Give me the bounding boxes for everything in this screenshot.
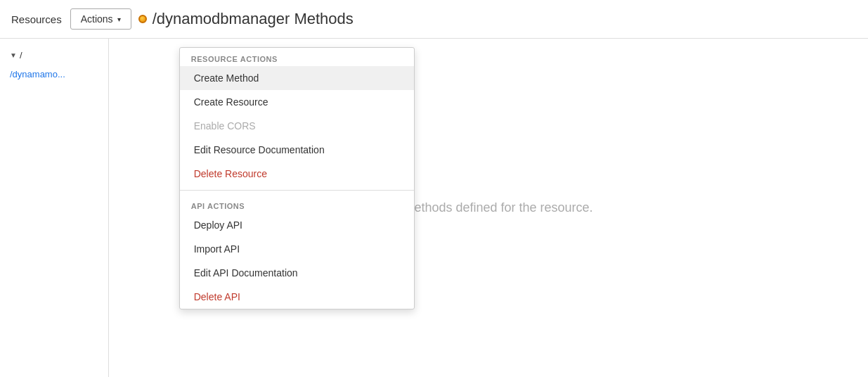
caret-icon: ▾ <box>117 15 121 23</box>
create-resource-item[interactable]: Create Resource <box>180 90 414 114</box>
delete-api-item[interactable]: Delete API <box>180 285 414 309</box>
sidebar-root-label: / <box>20 50 22 60</box>
edit-api-documentation-item[interactable]: Edit API Documentation <box>180 261 414 285</box>
enable-cors-item: Enable CORS <box>180 114 414 138</box>
resources-label: Resources <box>11 13 62 25</box>
delete-resource-item[interactable]: Delete Resource <box>180 162 414 186</box>
import-api-item[interactable]: Import API <box>180 237 414 261</box>
page-title: /dynamodbmanager Methods <box>153 10 354 28</box>
deploy-api-item[interactable]: Deploy API <box>180 213 414 237</box>
edit-resource-documentation-item[interactable]: Edit Resource Documentation <box>180 138 414 162</box>
no-methods-message: No methods defined for the resource. <box>384 200 592 215</box>
top-bar: Resources Actions ▾ RESOURCE ACTIONS Cre… <box>0 0 868 39</box>
sidebar-root-item[interactable]: ▼ / <box>0 46 108 65</box>
actions-dropdown-container: Actions ▾ RESOURCE ACTIONS Create Method… <box>70 8 138 30</box>
api-actions-section-label: API ACTIONS <box>180 195 414 213</box>
create-method-item[interactable]: Create Method <box>180 66 414 90</box>
actions-button-label: Actions <box>81 13 113 25</box>
resource-actions-section-label: RESOURCE ACTIONS <box>180 48 414 66</box>
main-content: ▼ / /dynamamo... No methods defined for … <box>0 39 868 377</box>
sidebar-arrow-icon: ▼ <box>10 51 17 59</box>
status-dot <box>138 15 147 23</box>
actions-button[interactable]: Actions ▾ <box>70 8 131 30</box>
actions-dropdown-menu: RESOURCE ACTIONS Create Method Create Re… <box>179 47 415 309</box>
sidebar-resource-item[interactable]: /dynamamo... <box>0 65 108 84</box>
dropdown-divider <box>180 190 414 191</box>
sidebar: ▼ / /dynamamo... <box>0 39 109 377</box>
